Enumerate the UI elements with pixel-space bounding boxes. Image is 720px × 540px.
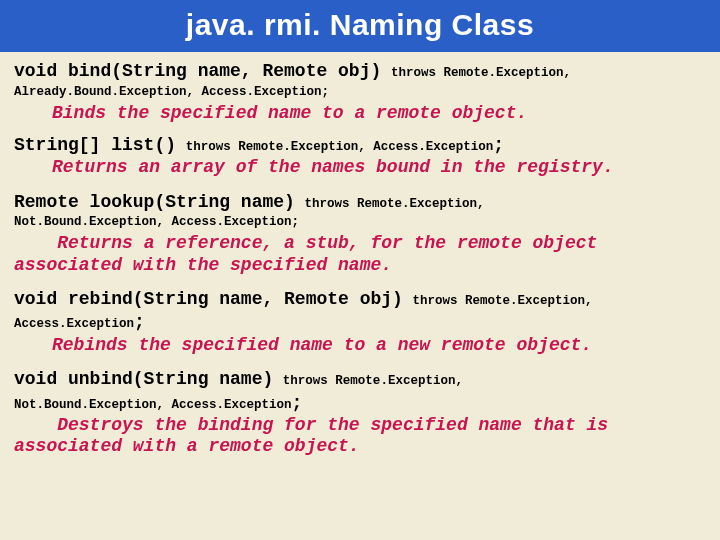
method-bind: void bind(String name, Remote obj) throw…: [14, 60, 706, 124]
method-rebind: void rebind(String name, Remote obj) thr…: [14, 288, 706, 356]
page-title: java. rmi. Naming Class: [0, 8, 720, 42]
method-signature: void rebind(String name, Remote obj): [14, 289, 403, 309]
method-description: Returns an array of the names bound in t…: [52, 157, 706, 178]
method-description: Rebinds the specified name to a new remo…: [52, 335, 706, 356]
throws-continued: Not.Bound.Exception, Access.Exception;: [14, 214, 706, 230]
semicolon: ;: [493, 135, 504, 155]
throws-continued-line: Access.Exception;: [14, 311, 706, 334]
throws-clause: throws Remote.Exception, Access.Exceptio…: [186, 140, 494, 154]
method-lookup: Remote lookup(String name) throws Remote…: [14, 191, 706, 276]
method-list: String[] list() throws Remote.Exception,…: [14, 134, 706, 179]
signature-line: String[] list() throws Remote.Exception,…: [14, 134, 706, 157]
title-bar: java. rmi. Naming Class: [0, 0, 720, 52]
signature-line: void unbind(String name) throws Remote.E…: [14, 368, 706, 391]
method-signature: String[] list(): [14, 135, 176, 155]
throws-clause: throws Remote.Exception,: [412, 294, 592, 308]
throws-continued: Not.Bound.Exception, Access.Exception: [14, 398, 292, 412]
semicolon: ;: [134, 312, 145, 332]
throws-continued-line: Not.Bound.Exception, Access.Exception;: [14, 392, 706, 415]
throws-clause: throws Remote.Exception,: [283, 374, 463, 388]
throws-continued: Already.Bound.Exception, Access.Exceptio…: [14, 84, 706, 100]
signature-line: void rebind(String name, Remote obj) thr…: [14, 288, 706, 311]
throws-clause: throws Remote.Exception,: [304, 197, 484, 211]
method-description: Binds the specified name to a remote obj…: [52, 103, 706, 124]
method-description: Returns a reference, a stub, for the rem…: [14, 233, 706, 275]
method-unbind: void unbind(String name) throws Remote.E…: [14, 368, 706, 457]
method-signature: void bind(String name, Remote obj): [14, 61, 381, 81]
content-area: void bind(String name, Remote obj) throw…: [0, 52, 720, 474]
method-signature: Remote lookup(String name): [14, 192, 295, 212]
signature-line: void bind(String name, Remote obj) throw…: [14, 60, 706, 83]
throws-continued: Access.Exception: [14, 317, 134, 331]
method-signature: void unbind(String name): [14, 369, 273, 389]
semicolon: ;: [292, 393, 303, 413]
throws-clause: throws Remote.Exception,: [391, 66, 571, 80]
signature-line: Remote lookup(String name) throws Remote…: [14, 191, 706, 214]
method-description: Destroys the binding for the specified n…: [14, 415, 706, 457]
